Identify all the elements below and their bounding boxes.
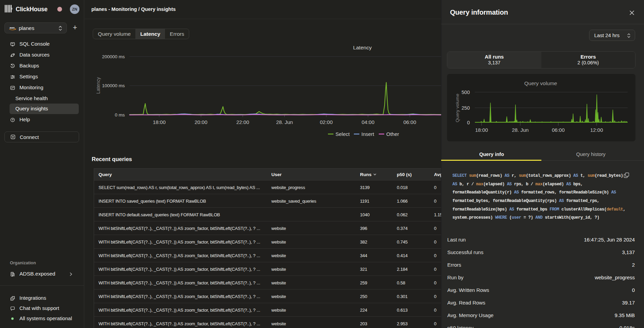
svg-text:18:00: 18:00 <box>153 119 166 125</box>
svg-text:18:00: 18:00 <box>475 127 488 133</box>
svg-text:Select: Select <box>335 131 350 137</box>
svg-text:0 ms: 0 ms <box>115 112 125 118</box>
svg-text:28. Jun: 28. Jun <box>276 119 293 125</box>
svg-text:500: 500 <box>462 90 470 95</box>
svg-text:100000 ms: 100000 ms <box>102 83 125 88</box>
svg-text:Other: Other <box>386 131 399 137</box>
svg-text:20:00: 20:00 <box>195 119 208 125</box>
svg-text:aws: aws <box>10 26 15 29</box>
svg-text:0: 0 <box>467 120 470 125</box>
svg-text:Latency: Latency <box>95 77 101 94</box>
svg-text:Query volume: Query volume <box>524 80 557 86</box>
svg-text:200000 ms: 200000 ms <box>102 54 125 59</box>
svg-text:Latency: Latency <box>353 45 372 50</box>
svg-text:28. Jun: 28. Jun <box>512 127 528 133</box>
svg-text:Insert: Insert <box>361 131 374 137</box>
svg-text:12:00: 12:00 <box>590 127 603 133</box>
svg-text:22:00: 22:00 <box>236 119 249 125</box>
svg-text:Query volume: Query volume <box>455 94 460 122</box>
svg-text:06:00: 06:00 <box>403 119 416 125</box>
svg-text:06:00: 06:00 <box>552 127 565 133</box>
svg-text:02:00: 02:00 <box>320 119 333 125</box>
svg-text:04:00: 04:00 <box>362 119 375 125</box>
svg-text:250: 250 <box>462 105 470 111</box>
